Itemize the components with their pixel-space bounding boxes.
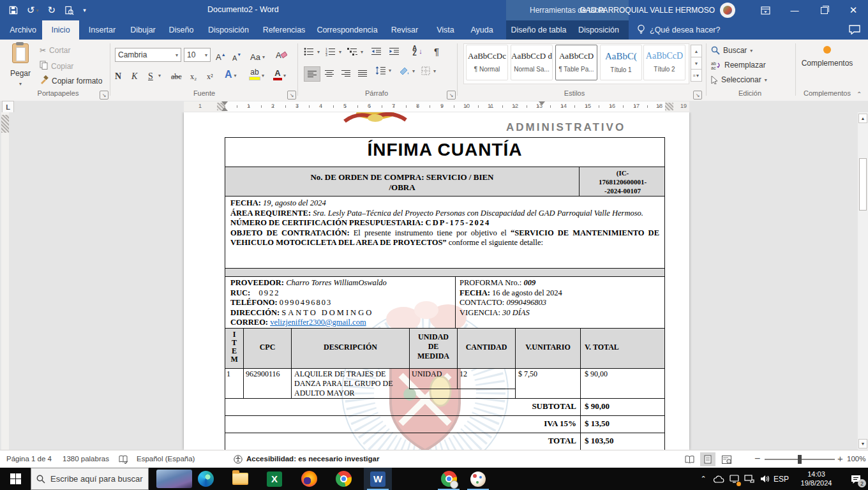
taskbar-chrome[interactable] — [329, 468, 357, 490]
bold-button[interactable]: N — [115, 66, 121, 82]
style-table-paragraph[interactable]: AaBbCcD ¶ Table Pa... — [555, 45, 597, 80]
read-mode-icon[interactable] — [682, 452, 697, 466]
strikethrough-button[interactable]: abc — [171, 66, 182, 82]
proofing-icon[interactable] — [119, 455, 128, 465]
replace-button[interactable]: abac Reemplazar — [711, 61, 766, 70]
styles-more-icon[interactable]: ≡▼ — [691, 69, 702, 82]
underline-caret-icon[interactable]: ▾ — [158, 73, 161, 78]
tab-referencias[interactable]: Referencias — [258, 20, 310, 40]
hanging-indent-marker[interactable] — [221, 107, 228, 111]
tab-stop-selector[interactable]: L — [2, 101, 14, 113]
print-layout-icon[interactable] — [700, 452, 715, 466]
underline-button[interactable]: S — [148, 66, 153, 82]
word-count[interactable]: 1380 palabras — [63, 455, 109, 463]
table-row-subtotal[interactable]: SUBTOTAL $ 90,00 — [225, 398, 665, 416]
justify-button[interactable] — [355, 66, 370, 80]
language-indicator[interactable]: ESP — [774, 475, 789, 484]
tab-correspondencia[interactable]: Correspondencia — [313, 20, 382, 40]
table-row-order[interactable]: No. DE ORDEN DE COMPRA: SERVICIO / BIEN … — [225, 167, 665, 197]
taskbar-search-box[interactable]: Escribe aquí para buscar — [31, 468, 149, 490]
cell-indent-marker[interactable] — [539, 101, 545, 105]
network-icon[interactable] — [742, 468, 757, 490]
taskbar-edge[interactable] — [191, 468, 220, 490]
ribbon-display-options-icon[interactable] — [751, 0, 780, 20]
first-line-indent-marker[interactable] — [221, 101, 228, 105]
taskbar-file-explorer[interactable] — [226, 468, 254, 490]
styles-scroll-down-icon[interactable]: ▼ — [691, 57, 702, 70]
horizontal-ruler[interactable]: 1 1 2 3 4 5 6 7 8 9 10 11 12 13 14 15 16… — [184, 101, 689, 112]
sort-button[interactable]: AZ ↓ — [412, 46, 423, 56]
taskbar-firefox[interactable] — [295, 468, 323, 490]
zoom-in-icon[interactable]: + — [837, 453, 843, 464]
tab-disposicion[interactable]: Disposición — [202, 20, 255, 40]
zoom-slider-thumb[interactable] — [798, 455, 802, 464]
avatar[interactable] — [720, 3, 735, 18]
tab-revisar[interactable]: Revisar — [384, 20, 425, 40]
tab-vista[interactable]: Vista — [430, 20, 461, 40]
undo-icon[interactable]: ↺▾ — [27, 4, 39, 16]
shrink-font-button[interactable]: A▼ — [232, 47, 241, 62]
highlight-color-button[interactable]: ab ▾ — [249, 65, 264, 80]
accessibility-icon[interactable] — [234, 455, 243, 465]
alert-device-icon[interactable] — [726, 468, 742, 490]
tab-diseno[interactable]: Diseño — [163, 20, 199, 40]
font-name-combobox[interactable]: Cambria▾ — [115, 48, 181, 62]
task-view-thumbnail[interactable] — [156, 470, 192, 488]
page-indicator[interactable]: Página 1 de 4 — [6, 455, 52, 463]
restore-button[interactable] — [809, 0, 839, 20]
font-size-combobox[interactable]: 10▾ — [184, 48, 211, 62]
copy-button[interactable]: Copiar — [40, 61, 73, 71]
styles-dialog-launcher-icon[interactable]: ↘ — [693, 91, 702, 100]
accessibility-status[interactable]: Accesibilidad: es necesario investigar — [246, 455, 379, 463]
taskbar-word-active[interactable]: W — [364, 468, 392, 490]
taskbar-excel[interactable]: X — [260, 468, 288, 490]
start-button[interactable] — [0, 468, 31, 490]
bullets-button[interactable]: ▾ — [304, 47, 320, 56]
vertical-scrollbar[interactable]: ▲ ▼ — [858, 112, 868, 450]
table-row-title[interactable]: ÍNFIMA CUANTÍA — [225, 137, 665, 167]
table-row-proveedor[interactable]: PROVEEDOR: Charro Torres WilliamOswaldo … — [225, 276, 665, 329]
collapse-ribbon-icon[interactable]: ⌃ — [857, 91, 862, 98]
style-titulo-2[interactable]: AaBbCcD Título 2 — [643, 45, 685, 80]
table-row-total[interactable]: TOTAL $ 103,50 — [225, 433, 665, 450]
scroll-down-icon[interactable]: ▼ — [858, 439, 867, 449]
cut-button[interactable]: ✂ Cortar — [40, 46, 70, 55]
shading-button[interactable]: ▾ — [400, 66, 415, 75]
find-button[interactable]: Buscar▾ — [711, 46, 752, 55]
save-icon[interactable] — [9, 6, 18, 15]
tab-dibujar[interactable]: Dibujar — [125, 20, 161, 40]
taskbar-clock[interactable]: 14:03 19/8/2024 — [797, 470, 836, 487]
taskbar-paint[interactable] — [464, 468, 492, 490]
grow-font-button[interactable]: A▲ — [216, 47, 226, 62]
font-color-button[interactable]: A ▾ — [273, 65, 286, 80]
action-center-button[interactable]: 2 — [844, 468, 868, 490]
vertical-ruler[interactable] — [1, 112, 9, 450]
increase-indent-button[interactable] — [389, 47, 399, 56]
tab-insertar[interactable]: Insertar — [82, 20, 123, 40]
numbering-button[interactable]: 123 ▾ — [326, 47, 341, 56]
tab-disposicion-tabla[interactable]: Disposición — [571, 20, 627, 40]
volume-icon[interactable] — [757, 468, 772, 490]
scrollbar-thumb[interactable] — [859, 158, 867, 211]
clipboard-dialog-launcher-icon[interactable]: ↘ — [100, 91, 108, 100]
change-case-button[interactable]: Aa▾ — [250, 47, 265, 62]
style-normal-sa[interactable]: AaBbCcD dE Normal Sa... — [511, 45, 553, 80]
document-page[interactable]: ADMINISTRATIVO ÍNFIMA CUANTÍA No. DE ORD… — [184, 112, 689, 450]
zoom-level[interactable]: 100% — [847, 455, 865, 463]
decrease-indent-button[interactable] — [371, 47, 381, 56]
paste-button[interactable]: Pegar ▾ — [6, 43, 34, 87]
redo-icon[interactable]: ↻ — [48, 4, 56, 16]
subscript-button[interactable]: x₂ — [190, 66, 197, 82]
language-indicator[interactable]: Español (España) — [137, 455, 195, 463]
tab-inicio[interactable]: Inicio — [42, 20, 79, 40]
tell-me-box[interactable]: ¿Qué desea hacer? — [637, 20, 721, 40]
format-painter-button[interactable]: Copiar formato — [40, 75, 102, 86]
table-row-items-header[interactable]: ITEM CPC DESCRIPCIÓN UNIDAD DE MEDIDA CA… — [225, 328, 665, 369]
addins-button[interactable]: Complementos — [799, 46, 855, 68]
align-left-button[interactable] — [304, 66, 320, 82]
align-center-button[interactable] — [322, 66, 337, 80]
tab-ayuda[interactable]: Ayuda — [465, 20, 499, 40]
document-area[interactable]: ADMINISTRATIVO ÍNFIMA CUANTÍA No. DE ORD… — [0, 112, 868, 450]
account-area[interactable]: GAD PARROQUIAL VALLE HERMOSO — [580, 0, 735, 20]
zoom-out-icon[interactable]: − — [754, 453, 760, 464]
